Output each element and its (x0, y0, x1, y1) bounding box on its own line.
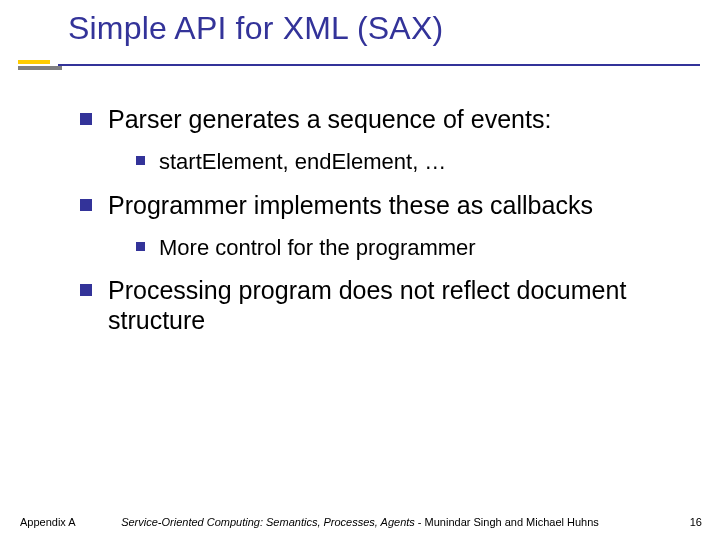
slide: Simple API for XML (SAX) Parser generate… (0, 0, 720, 540)
list-subitem: startElement, endElement, … (136, 148, 680, 176)
slide-title: Simple API for XML (SAX) (68, 10, 443, 47)
list-item: Processing program does not reflect docu… (80, 275, 680, 335)
list-item: Parser generates a sequence of events: (80, 104, 680, 134)
slide-body: Parser generates a sequence of events: s… (80, 92, 680, 335)
bullet-icon (80, 113, 92, 125)
title-block: Simple API for XML (SAX) (68, 10, 443, 47)
list-item: Programmer implements these as callbacks (80, 190, 680, 220)
bullet-icon (80, 284, 92, 296)
footer-citation-title: Service-Oriented Computing: Semantics, P… (121, 516, 415, 528)
page-number: 16 (690, 516, 702, 528)
bullet-text: Programmer implements these as callbacks (108, 190, 593, 220)
title-underline (58, 64, 700, 66)
footer-citation-authors: - Munindar Singh and Michael Huhns (415, 516, 599, 528)
bullet-text: Parser generates a sequence of events: (108, 104, 551, 134)
accent-decoration (18, 60, 62, 70)
bullet-text: Processing program does not reflect docu… (108, 275, 680, 335)
bullet-text: startElement, endElement, … (159, 148, 446, 176)
footer-center: Service-Oriented Computing: Semantics, P… (0, 516, 720, 528)
bullet-text: More control for the programmer (159, 234, 476, 262)
bullet-icon (80, 199, 92, 211)
list-subitem: More control for the programmer (136, 234, 680, 262)
bullet-icon (136, 242, 145, 251)
bullet-icon (136, 156, 145, 165)
